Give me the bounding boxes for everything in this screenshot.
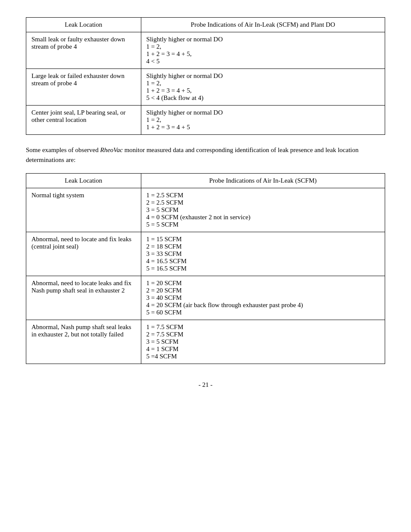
location-cell: Abnormal, need to locate and fix leaks (… <box>26 232 141 276</box>
indications-cell: 1 = 15 SCFM2 = 18 SCFM3 = 33 SCFM4 = 16.… <box>141 232 385 276</box>
table2-header-indications: Probe Indications of Air In-Leak (SCFM) <box>141 174 385 188</box>
table1-header-indications: Probe Indications of Air In-Leak (SCFM) … <box>141 18 385 32</box>
indications-cell: 1 = 20 SCFM2 = 20 SCFM3 = 40 SCFM4 = 20 … <box>141 276 385 320</box>
location-cell: Normal tight system <box>26 188 141 232</box>
location-cell: Small leak or faulty exhauster down stre… <box>26 32 141 69</box>
table-row: Large leak or failed exhauster down stre… <box>26 69 385 106</box>
indications-cell: Slightly higher or normal DO1 = 2,1 + 2 … <box>141 106 385 135</box>
table-row: Abnormal, need to locate and fix leaks (… <box>26 232 385 276</box>
indications-cell: Slightly higher or normal DO1 = 2,1 + 2 … <box>141 32 385 69</box>
location-cell: Abnormal, Nash pump shaft seal leaks in … <box>26 320 141 364</box>
location-cell: Center joint seal, LP bearing seal, or o… <box>26 106 141 135</box>
rheovac-italic: RheoVac <box>100 146 122 153</box>
table1-header-location: Leak Location <box>26 18 141 32</box>
table-row: Abnormal, need to locate leaks and fix N… <box>26 276 385 320</box>
table-row: Small leak or faulty exhauster down stre… <box>26 32 385 69</box>
table2: Leak Location Probe Indications of Air I… <box>26 173 385 364</box>
indications-cell: 1 = 2.5 SCFM2 = 2.5 SCFM3 = 5 SCFM4 = 0 … <box>141 188 385 232</box>
between-paragraph: Some examples of observed RheoVac monito… <box>26 145 385 165</box>
indications-cell: Slightly higher or normal DO1 = 2,1 + 2 … <box>141 69 385 106</box>
table2-header-location: Leak Location <box>26 174 141 188</box>
table-row: Abnormal, Nash pump shaft seal leaks in … <box>26 320 385 364</box>
table-row: Center joint seal, LP bearing seal, or o… <box>26 106 385 135</box>
indications-cell: 1 = 7.5 SCFM2 = 7.5 SCFM3 = 5 SCFM4 = 1 … <box>141 320 385 364</box>
page-container: Leak Location Probe Indications of Air I… <box>26 17 385 389</box>
location-cell: Large leak or failed exhauster down stre… <box>26 69 141 106</box>
location-cell: Abnormal, need to locate leaks and fix N… <box>26 276 141 320</box>
table-row: Normal tight system1 = 2.5 SCFM2 = 2.5 S… <box>26 188 385 232</box>
page-number: - 21 - <box>26 381 385 389</box>
table1: Leak Location Probe Indications of Air I… <box>26 17 385 135</box>
